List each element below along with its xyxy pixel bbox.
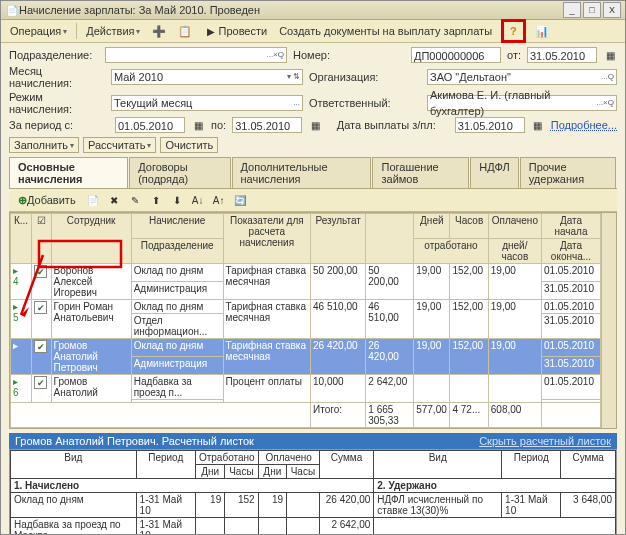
tabs: Основные начисления Договоры (подряда) Д… <box>9 157 617 189</box>
col-result[interactable]: Результат <box>311 214 366 264</box>
totals-sum: 1 665 305,33 <box>366 403 414 428</box>
period-to-field[interactable]: 31.05.2010 <box>232 117 302 133</box>
help-highlight: ? <box>501 19 526 43</box>
table-row[interactable]: ▸5✔Горин Роман АнатольевичОклад по днямТ… <box>11 300 601 314</box>
subdiv-field[interactable]: ...×Q <box>105 47 287 63</box>
insert-icon[interactable]: 📄 <box>84 191 102 209</box>
col-date-start[interactable]: Дата начала <box>541 214 600 239</box>
number-field[interactable]: ДП000000006 <box>411 47 501 63</box>
col-result2[interactable] <box>366 214 414 264</box>
calendar-icon[interactable]: ▦ <box>531 118 545 132</box>
delete-icon[interactable]: ✖ <box>105 191 123 209</box>
month-label: Месяц начисления: <box>9 65 105 89</box>
minimize-button[interactable]: _ <box>563 2 581 18</box>
more-link[interactable]: Подробнее... <box>551 119 617 131</box>
paydate-label: Дата выплаты з/пл: <box>337 119 449 131</box>
period-label: За период с: <box>9 119 109 131</box>
header-form: Подразделение: ...×Q Номер: ДП000000006 … <box>1 43 625 535</box>
payslip-header: Громов Анатолий Петрович. Расчетный лист… <box>9 433 617 449</box>
col-paid-sub: дней/часов <box>488 239 541 264</box>
add-row-button[interactable]: ⊕ Добавить <box>13 192 81 209</box>
col-cb[interactable]: ☑ <box>32 214 52 264</box>
responsible-label: Ответственный: <box>309 97 421 109</box>
copy-icon[interactable]: 📋 <box>173 23 197 40</box>
hide-payslip-link[interactable]: Скрыть расчетный листок <box>479 435 611 447</box>
help-button[interactable]: ? <box>505 23 522 39</box>
mode-label: Режим начисления: <box>9 91 105 115</box>
from-label: от: <box>507 49 521 61</box>
sort-desc-icon[interactable]: A↑ <box>210 191 228 209</box>
paydate-field[interactable]: 31.05.2010 <box>455 117 525 133</box>
up-icon[interactable]: ⬆ <box>147 191 165 209</box>
tab-other[interactable]: Прочие удержания <box>520 157 616 188</box>
tab-contracts[interactable]: Договоры (подряда) <box>129 157 230 188</box>
col-hours[interactable]: Часов <box>450 214 488 239</box>
close-button[interactable]: X <box>603 2 621 18</box>
totals-paid: 608,00 <box>488 403 541 428</box>
table-row[interactable]: ▸✔Громов Анатолий ПетровичОклад по днямТ… <box>11 339 601 357</box>
clear-button[interactable]: Очистить <box>160 137 218 153</box>
month-field[interactable]: Май 2010▾ ⇅ <box>111 69 303 85</box>
table-row[interactable]: ▸6✔Громов АнатолийНадбавка за проезд п..… <box>11 375 601 400</box>
fill-button[interactable]: Заполнить <box>9 137 79 153</box>
sort-asc-icon[interactable]: A↓ <box>189 191 207 209</box>
doc-icon: 📄 <box>5 3 19 17</box>
responsible-field[interactable]: Акимова Е. И. (главный бухгалтер)...×Q <box>427 95 617 111</box>
accruals-grid: К... ☑ Сотрудник Начисление Показатели д… <box>9 212 617 429</box>
tab-ndfl[interactable]: НДФЛ <box>470 157 518 188</box>
col-k[interactable]: К... <box>11 214 32 264</box>
post-button[interactable]: ▶Провести <box>199 22 272 40</box>
tab-additional[interactable]: Дополнительные начисления <box>232 157 372 188</box>
totals-days: 577,00 <box>414 403 450 428</box>
main-toolbar: Операция Действия ➕ 📋 ▶Провести Создать … <box>1 20 625 43</box>
col-days-sub: отработано <box>414 239 489 264</box>
calendar-icon[interactable]: ▦ <box>603 48 617 62</box>
org-field[interactable]: ЗАО "Дельтаон"...Q <box>427 69 617 85</box>
col-date-end[interactable]: Дата оконча... <box>541 239 600 264</box>
period-from-field[interactable]: 01.05.2010 <box>115 117 185 133</box>
calendar-icon[interactable]: ▦ <box>308 118 322 132</box>
report-icon[interactable]: 📊 <box>530 23 554 40</box>
maximize-button[interactable]: □ <box>583 2 601 18</box>
create-payout-docs-button[interactable]: Создать документы на выплату зарплаты <box>274 23 497 39</box>
window-title: Начисление зарплаты: За Май 2010. Провед… <box>19 4 561 16</box>
col-paid[interactable]: Оплачено <box>488 214 541 239</box>
col-days[interactable]: Дней <box>414 214 450 239</box>
edit-icon[interactable]: ✎ <box>126 191 144 209</box>
col-indicators[interactable]: Показатели для расчета начисления <box>223 214 310 264</box>
new-icon[interactable]: ➕ <box>147 23 171 40</box>
col-accrual[interactable]: Начисление <box>131 214 223 239</box>
totals-hours: 4 72... <box>450 403 488 428</box>
grid-scrollbar[interactable] <box>601 213 616 428</box>
down-icon[interactable]: ⬇ <box>168 191 186 209</box>
tab-loans[interactable]: Погашение займов <box>372 157 469 188</box>
grid-toolbar: ⊕ Добавить 📄 ✖ ✎ ⬆ ⬇ A↓ A↑ 🔄 <box>9 189 617 212</box>
calendar-icon[interactable]: ▦ <box>191 118 205 132</box>
payslip: Вид Период Отработано Оплачено Сумма Вид… <box>9 449 617 535</box>
org-label: Организация: <box>309 71 421 83</box>
operation-menu[interactable]: Операция <box>5 23 72 39</box>
col-sub[interactable]: Подразделение <box>131 239 223 264</box>
totals-label: Итого: <box>311 403 366 428</box>
calc-button[interactable]: Рассчитать <box>83 137 156 153</box>
col-employee[interactable]: Сотрудник <box>51 214 131 264</box>
refresh-icon[interactable]: 🔄 <box>231 191 249 209</box>
tab-main-accruals[interactable]: Основные начисления <box>9 157 128 188</box>
titlebar: 📄 Начисление зарплаты: За Май 2010. Пров… <box>1 1 625 20</box>
payslip-title: Громов Анатолий Петрович. Расчетный лист… <box>15 435 254 447</box>
date-field[interactable]: 31.05.2010 <box>527 47 597 63</box>
number-label: Номер: <box>293 49 405 61</box>
table-row[interactable]: ▸4✔Воронов Алексей ИгоревичОклад по дням… <box>11 264 601 282</box>
subdiv-label: Подразделение: <box>9 49 99 61</box>
mode-field[interactable]: Текущий месяц... <box>111 95 303 111</box>
actions-menu[interactable]: Действия <box>81 23 145 39</box>
post-icon: ▶ <box>204 24 218 38</box>
